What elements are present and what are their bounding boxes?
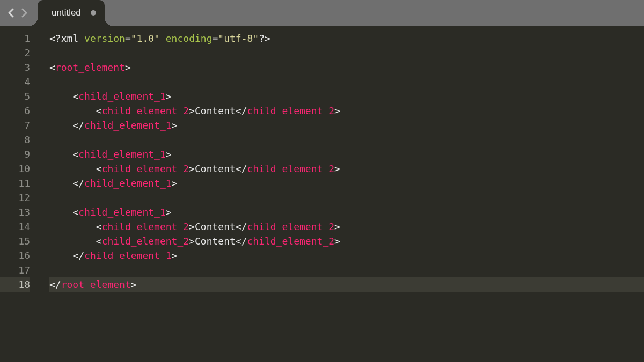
code-line[interactable]: </child_element_1> — [49, 118, 644, 132]
code-line[interactable]: </child_element_1> — [49, 176, 644, 190]
line-number: 8 — [0, 132, 30, 147]
line-number: 14 — [0, 219, 30, 234]
line-number: 1 — [0, 31, 30, 46]
line-number: 18 — [0, 277, 30, 292]
line-number: 15 — [0, 234, 30, 248]
code-line[interactable]: <child_element_2>Content</child_element_… — [49, 161, 644, 176]
line-number: 16 — [0, 248, 30, 263]
line-number: 2 — [0, 46, 30, 60]
line-number: 12 — [0, 190, 30, 205]
line-number: 5 — [0, 89, 30, 104]
code-line[interactable]: <child_element_2>Content</child_element_… — [49, 234, 644, 248]
nav-forward-icon[interactable] — [19, 8, 29, 18]
code-line[interactable]: <?xml version="1.0" encoding="utf-8"?> — [49, 31, 644, 46]
line-number: 11 — [0, 176, 30, 190]
code-area[interactable]: <?xml version="1.0" encoding="utf-8"?> <… — [42, 26, 644, 362]
line-number: 13 — [0, 205, 30, 219]
code-line[interactable]: <child_element_2>Content</child_element_… — [49, 104, 644, 118]
code-line[interactable]: <child_element_1> — [49, 89, 644, 104]
line-number: 17 — [0, 263, 30, 277]
line-number: 6 — [0, 104, 30, 118]
code-line[interactable] — [49, 263, 644, 277]
code-line[interactable] — [49, 75, 644, 89]
code-line[interactable] — [49, 190, 644, 205]
tab-title: untitled — [52, 8, 81, 18]
code-line[interactable]: <root_element> — [49, 60, 644, 75]
code-line[interactable]: </root_element> — [49, 277, 644, 292]
line-number: 7 — [0, 118, 30, 132]
nav-arrows — [6, 8, 29, 18]
code-line[interactable] — [49, 46, 644, 60]
code-line[interactable]: <child_element_1> — [49, 147, 644, 161]
line-number: 10 — [0, 161, 30, 176]
editor[interactable]: 123456789101112131415161718 <?xml versio… — [0, 26, 644, 362]
line-number: 3 — [0, 60, 30, 75]
dirty-indicator-icon — [91, 10, 96, 16]
code-line[interactable] — [49, 132, 644, 147]
line-number-gutter: 123456789101112131415161718 — [0, 26, 42, 362]
nav-back-icon[interactable] — [6, 8, 16, 18]
file-tab[interactable]: untitled — [38, 0, 105, 26]
line-number: 9 — [0, 147, 30, 161]
code-line[interactable]: <child_element_1> — [49, 205, 644, 219]
code-line[interactable]: </child_element_1> — [49, 248, 644, 263]
code-line[interactable]: <child_element_2>Content</child_element_… — [49, 219, 644, 234]
titlebar: untitled — [0, 0, 644, 26]
line-number: 4 — [0, 75, 30, 89]
